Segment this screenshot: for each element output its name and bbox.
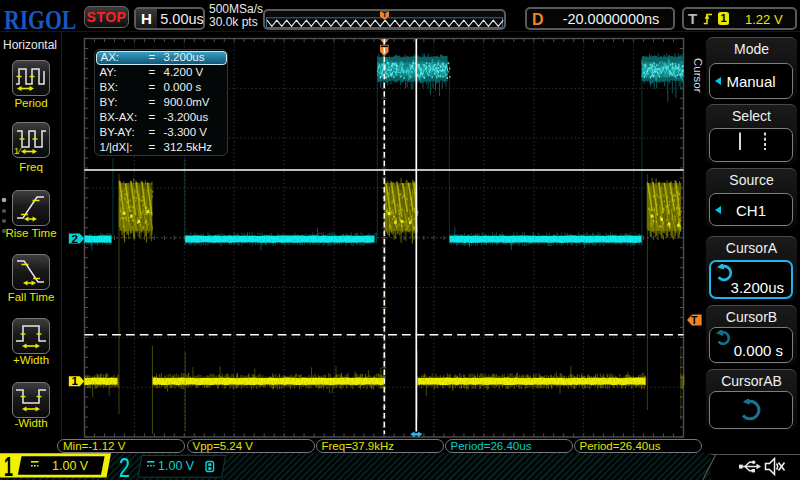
svg-text:1.00 V: 1.00 V: [158, 459, 195, 473]
svg-text:1: 1: [4, 452, 13, 480]
svg-text:1∕: 1∕: [14, 146, 22, 156]
svg-text:T: T: [691, 314, 698, 326]
svg-text:T: T: [383, 11, 388, 18]
svg-text:1: 1: [71, 375, 78, 387]
svg-text:2: 2: [119, 453, 130, 480]
svg-text:1.00 V: 1.00 V: [52, 459, 89, 473]
svg-text:2: 2: [71, 233, 77, 245]
